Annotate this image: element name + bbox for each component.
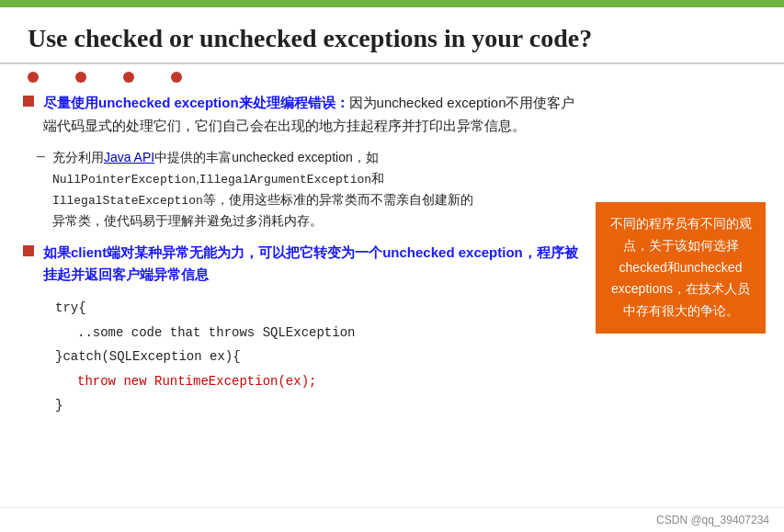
dot-2 (75, 72, 86, 83)
dot-divider (0, 64, 784, 83)
null-pointer-exc: NullPointerException (52, 173, 196, 187)
bullet1-highlight: 尽量使用unchecked exception来处理编程错误： (43, 95, 349, 110)
bullet-text-2: 如果client端对某种异常无能为力，可以把它转变为一个unchecked ex… (43, 242, 586, 288)
slide-title: Use checked or unchecked exceptions in y… (28, 24, 756, 53)
bullet-square-2 (23, 245, 34, 256)
illegal-arg-exc: IllegalArgumentException (199, 173, 371, 187)
right-info-box: 不同的程序员有不同的观点，关于该如何选择checked和unchecked ex… (596, 202, 766, 334)
dot-3 (123, 72, 134, 83)
code-line-2: ..some code that throws SQLException (55, 321, 586, 345)
and-text: 和 (371, 171, 384, 186)
title-area: Use checked or unchecked exceptions in y… (0, 7, 784, 64)
sub-prefix: 充分利用 (52, 150, 104, 164)
sub-bullet-1: – 充分利用Java API中提供的丰富unchecked exception，… (18, 147, 586, 232)
bullet-item-2: 如果client端对某种异常无能为力，可以把它转变为一个unchecked ex… (18, 242, 586, 288)
code-block: try{ ..some code that throws SQLExceptio… (55, 296, 586, 418)
right-box-text: 不同的程序员有不同的观点，关于该如何选择checked和unchecked ex… (610, 216, 752, 318)
code-line-4: throw new RuntimeException(ex); (55, 369, 586, 394)
content-area: 尽量使用unchecked exception来处理编程错误：因为uncheck… (0, 83, 784, 427)
top-bar (0, 0, 784, 7)
credit-text: CSDN @qq_39407234 (656, 514, 769, 526)
dot-4 (171, 72, 182, 83)
sub-middle: 中提供的丰富unchecked exception，如 (154, 150, 379, 164)
code-line-1: try{ (55, 296, 586, 321)
left-content: 尽量使用unchecked exception来处理编程错误：因为uncheck… (18, 92, 586, 418)
code-line-3: }catch(SQLException ex){ (55, 345, 586, 369)
slide-container: Use checked or unchecked exceptions in y… (0, 0, 784, 532)
bottom-bar: CSDN @qq_39407234 (0, 507, 784, 532)
bullet-square-1 (23, 96, 34, 107)
bullet2-highlight: 如果client端对某种异常无能为力，可以把它转变为一个unchecked ex… (43, 244, 578, 283)
sub-text-1: 充分利用Java API中提供的丰富unchecked exception，如 … (52, 147, 586, 232)
java-api-link: Java API (104, 150, 154, 164)
bullet-item-1: 尽量使用unchecked exception来处理编程错误：因为uncheck… (18, 92, 586, 138)
illegal-state-exc: IllegalStateException (52, 194, 203, 208)
dot-1 (28, 72, 39, 83)
code-line-5: } (55, 393, 586, 418)
sub-dash-1: – (37, 148, 45, 164)
bullet-text-1: 尽量使用unchecked exception来处理编程错误：因为uncheck… (43, 92, 586, 138)
